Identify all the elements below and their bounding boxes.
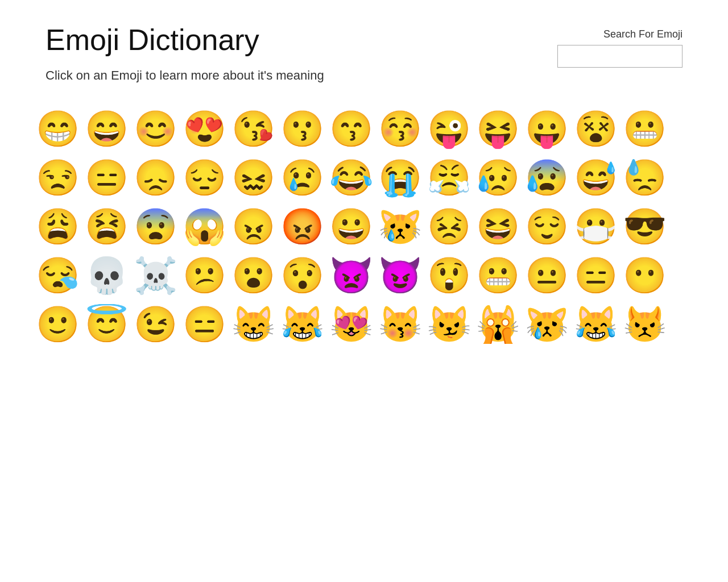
emoji-confounded[interactable]: 😖 <box>230 155 276 201</box>
emoji-smiling[interactable]: 😊 <box>132 106 179 152</box>
emoji-mask[interactable]: 😷 <box>572 203 619 250</box>
emoji-kissing-closed-eyes[interactable]: 😚 <box>377 106 423 152</box>
emoji-halo[interactable]: 😇 <box>83 301 130 348</box>
emoji-sunglasses[interactable]: 😎 <box>621 203 668 250</box>
emoji-cat-grinning[interactable]: 😸 <box>230 301 276 348</box>
emoji-grinning-big[interactable]: 😁 <box>34 106 81 152</box>
emoji-sleeping[interactable]: 😪 <box>34 252 81 299</box>
emoji-cat-heart-eyes[interactable]: 😻 <box>328 301 374 348</box>
emoji-row-4: 😪 💀 ☠️ 😕 😮 😯 👿 😈 😲 😬 😐 😑 😶 <box>34 252 694 299</box>
emoji-expressionless[interactable]: 😑 <box>83 155 130 201</box>
emoji-scream[interactable]: 😱 <box>181 203 228 250</box>
emoji-row-5: 🙂 😇 😉 😑 😸 😹 😻 😽 😼 🙀 😿 😹 😾 <box>34 301 694 348</box>
emoji-cat-kissing[interactable]: 😽 <box>377 301 423 348</box>
emoji-row-3: 😩 😫 😨 😱 😠 😡 😀 😿 😣 😆 😌 😷 😎 <box>34 203 694 250</box>
emoji-crying[interactable]: 😢 <box>279 155 325 201</box>
page-title: Emoji Dictionary <box>46 23 324 57</box>
header: Emoji Dictionary Click on an Emoji to le… <box>0 0 728 94</box>
emoji-angry[interactable]: 😠 <box>230 203 276 250</box>
emoji-loudly-crying[interactable]: 😭 <box>377 155 423 201</box>
emoji-cold-sweat[interactable]: 😰 <box>523 155 570 201</box>
emoji-cat-crying[interactable]: 😿 <box>377 203 423 250</box>
emoji-row-1: 😁 😄 😊 😍 😘 😗 😙 😚 😜 😝 😛 😵 😬 <box>34 106 694 152</box>
emoji-fearful[interactable]: 😨 <box>132 203 179 250</box>
title-section: Emoji Dictionary Click on an Emoji to le… <box>46 23 324 83</box>
emoji-no-mouth[interactable]: 😶 <box>621 252 668 299</box>
emoji-rage[interactable]: 😡 <box>279 203 325 250</box>
emoji-cat-weary[interactable]: 🙀 <box>474 301 521 348</box>
emoji-cat-laughing[interactable]: 😹 <box>572 301 619 348</box>
emoji-confused[interactable]: 😕 <box>181 252 228 299</box>
emoji-unamused[interactable]: 😒 <box>34 155 81 201</box>
emoji-winking-tongue[interactable]: 😜 <box>425 106 472 152</box>
emoji-pensive[interactable]: 😔 <box>181 155 228 201</box>
emoji-no-expression[interactable]: 😑 <box>181 301 228 348</box>
emoji-row-2: 😒 😑 😞 😔 😖 😢 😂 😭 😤 😥 😰 😅 😓 <box>34 155 694 201</box>
emoji-smiling-imp[interactable]: 😈 <box>377 252 423 299</box>
emoji-joy[interactable]: 😂 <box>328 155 374 201</box>
emoji-sad-relieved[interactable]: 😥 <box>474 155 521 201</box>
emoji-tired[interactable]: 😫 <box>83 203 130 250</box>
emoji-winking[interactable]: 😉 <box>132 301 179 348</box>
emoji-skull-crossbones[interactable]: ☠️ <box>132 252 179 299</box>
emoji-skull[interactable]: 💀 <box>83 252 130 299</box>
emoji-stuck-out-tongue[interactable]: 😛 <box>523 106 570 152</box>
emoji-hushed[interactable]: 😯 <box>279 252 325 299</box>
emoji-grid: 😁 😄 😊 😍 😘 😗 😙 😚 😜 😝 😛 😵 😬 😒 😑 😞 😔 😖 😢 😂 … <box>0 94 728 361</box>
emoji-weary[interactable]: 😩 <box>34 203 81 250</box>
emoji-sweat-smile[interactable]: 😅 <box>572 155 619 201</box>
emoji-cat-smirking[interactable]: 😼 <box>425 301 472 348</box>
emoji-grinning[interactable]: 😄 <box>83 106 130 152</box>
emoji-kissing[interactable]: 😗 <box>279 106 325 152</box>
search-input[interactable] <box>557 45 682 68</box>
emoji-grimacing-2[interactable]: 😬 <box>474 252 521 299</box>
search-label: Search For Emoji <box>603 28 682 40</box>
emoji-sweat[interactable]: 😓 <box>621 155 668 201</box>
emoji-stuck-out-tongue-closed[interactable]: 😝 <box>474 106 521 152</box>
emoji-open-mouth[interactable]: 😮 <box>230 252 276 299</box>
emoji-heart-eyes[interactable]: 😍 <box>181 106 228 152</box>
emoji-kissing-smiling[interactable]: 😙 <box>328 106 374 152</box>
emoji-laughing[interactable]: 😆 <box>474 203 521 250</box>
emoji-steam-nose[interactable]: 😤 <box>425 155 472 201</box>
search-section: Search For Emoji <box>557 23 682 68</box>
emoji-disappointed[interactable]: 😞 <box>132 155 179 201</box>
emoji-expressionless-2[interactable]: 😑 <box>572 252 619 299</box>
emoji-astonished[interactable]: 😲 <box>425 252 472 299</box>
emoji-dizzy-face[interactable]: 😵 <box>572 106 619 152</box>
subtitle: Click on an Emoji to learn more about it… <box>46 68 324 83</box>
emoji-kissing-heart[interactable]: 😘 <box>230 106 276 152</box>
emoji-imp[interactable]: 👿 <box>328 252 374 299</box>
emoji-slightly-smiling[interactable]: 🙂 <box>34 301 81 348</box>
emoji-cat-joy[interactable]: 😹 <box>279 301 325 348</box>
emoji-grimacing[interactable]: 😬 <box>621 106 668 152</box>
emoji-grin[interactable]: 😀 <box>328 203 374 250</box>
emoji-cat-pouting[interactable]: 😾 <box>621 301 668 348</box>
emoji-neutral[interactable]: 😐 <box>523 252 570 299</box>
emoji-relieved[interactable]: 😌 <box>523 203 570 250</box>
emoji-cat-crying[interactable]: 😿 <box>523 301 570 348</box>
emoji-persevering[interactable]: 😣 <box>425 203 472 250</box>
